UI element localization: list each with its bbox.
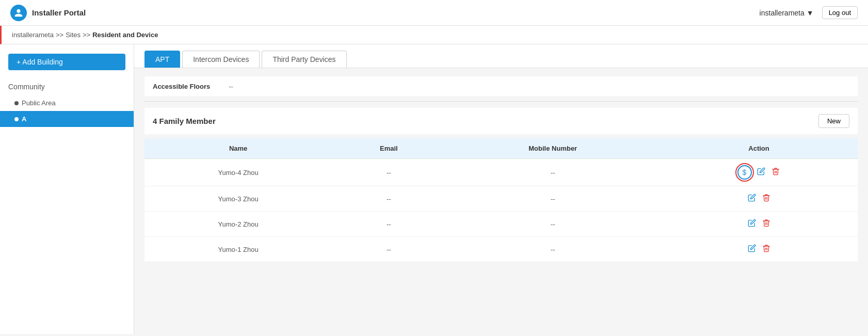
app-header: Installer Portal installerameta ▼ Log ou…	[0, 0, 868, 26]
cell-email: --	[332, 212, 445, 237]
breadcrumb: installerameta >> Sites >> Resident and …	[0, 26, 868, 44]
family-section-header: 4 Family Member New	[144, 108, 858, 134]
breadcrumb-sep-1: >>	[56, 31, 63, 39]
col-mobile: Mobile Number	[445, 138, 660, 159]
app-title: Installer Portal	[32, 8, 86, 17]
edit-button[interactable]	[747, 243, 757, 255]
cell-mobile: --	[445, 186, 660, 212]
cell-email: --	[332, 237, 445, 262]
family-section-title: 4 Family Member	[153, 117, 216, 125]
new-family-member-button[interactable]: New	[818, 114, 849, 128]
cell-mobile: --	[445, 237, 660, 262]
accessible-floors-row: Accessible Floors --	[144, 76, 858, 97]
cell-name: Yumo-2 Zhou	[144, 212, 332, 237]
cell-action	[660, 212, 858, 237]
edit-button[interactable]	[747, 218, 757, 230]
chevron-down-icon: ▼	[807, 9, 814, 17]
cell-mobile: --	[445, 159, 660, 186]
table-row: Yumo-2 Zhou----	[144, 212, 858, 237]
user-dropdown[interactable]: installerameta ▼	[760, 9, 814, 17]
main-layout: + Add Building Community Public Area A A…	[0, 44, 868, 334]
sidebar: + Add Building Community Public Area A	[0, 44, 134, 334]
user-name-label: installerameta	[760, 9, 805, 17]
tab-apt[interactable]: APT	[144, 51, 180, 68]
table-body: Yumo-4 Zhou----$Yumo-3 Zhou----Yumo-2 Zh…	[144, 159, 858, 262]
sidebar-item-a[interactable]: A	[0, 111, 134, 127]
edit-button[interactable]	[747, 193, 757, 205]
user-avatar	[10, 5, 27, 21]
section-divider	[144, 101, 858, 102]
table-row: Yumo-4 Zhou----$	[144, 159, 858, 186]
tab-third-party-devices[interactable]: Third Party Devices	[262, 51, 346, 68]
delete-button[interactable]	[770, 166, 781, 179]
dot-icon-active	[14, 117, 19, 121]
content-area: APT Intercom Devices Third Party Devices…	[134, 44, 868, 334]
logout-button[interactable]: Log out	[822, 6, 858, 19]
edit-button[interactable]	[756, 166, 766, 179]
delete-button[interactable]	[761, 218, 771, 230]
cell-action	[660, 237, 858, 262]
community-label: Community	[0, 78, 134, 95]
cell-email: --	[332, 186, 445, 212]
action-icons: $	[668, 165, 849, 180]
content-body: Accessible Floors -- 4 Family Member New…	[134, 68, 868, 270]
action-icons	[668, 193, 849, 205]
sidebar-item-label-a: A	[22, 115, 26, 123]
cell-name: Yumo-1 Zhou	[144, 237, 332, 262]
col-action: Action	[660, 138, 858, 159]
add-building-button[interactable]: + Add Building	[8, 54, 125, 70]
cell-name: Yumo-4 Zhou	[144, 159, 332, 186]
table-header: Name Email Mobile Number Action	[144, 138, 858, 159]
breadcrumb-current: Resident and Device	[92, 31, 158, 39]
breadcrumb-part-2: Sites	[66, 31, 81, 39]
cell-mobile: --	[445, 212, 660, 237]
action-icons	[668, 243, 849, 255]
sidebar-item-public-area[interactable]: Public Area	[0, 95, 134, 111]
action-icons	[668, 218, 849, 230]
family-members-table: Name Email Mobile Number Action Yumo-4 Z…	[144, 138, 858, 262]
header-right: installerameta ▼ Log out	[760, 6, 858, 19]
header-left: Installer Portal	[10, 5, 86, 21]
breadcrumb-sep-2: >>	[83, 31, 90, 39]
tabs-bar: APT Intercom Devices Third Party Devices	[134, 44, 868, 68]
accessible-floors-label: Accessible Floors	[153, 83, 210, 90]
col-name: Name	[144, 138, 332, 159]
table-row: Yumo-3 Zhou----	[144, 186, 858, 212]
col-email: Email	[332, 138, 445, 159]
accessible-floors-value: --	[229, 83, 233, 90]
table-row: Yumo-1 Zhou----	[144, 237, 858, 262]
cell-action	[660, 186, 858, 212]
cell-action: $	[660, 159, 858, 186]
dot-icon	[14, 101, 19, 105]
cell-name: Yumo-3 Zhou	[144, 186, 332, 212]
sidebar-item-label-public-area: Public Area	[22, 99, 56, 107]
delete-button[interactable]	[761, 193, 771, 205]
cell-email: --	[332, 159, 445, 186]
tab-intercom-devices[interactable]: Intercom Devices	[182, 51, 260, 68]
breadcrumb-part-1: installerameta	[12, 31, 54, 39]
delete-button[interactable]	[761, 243, 771, 255]
dollar-button[interactable]: $	[737, 165, 752, 180]
